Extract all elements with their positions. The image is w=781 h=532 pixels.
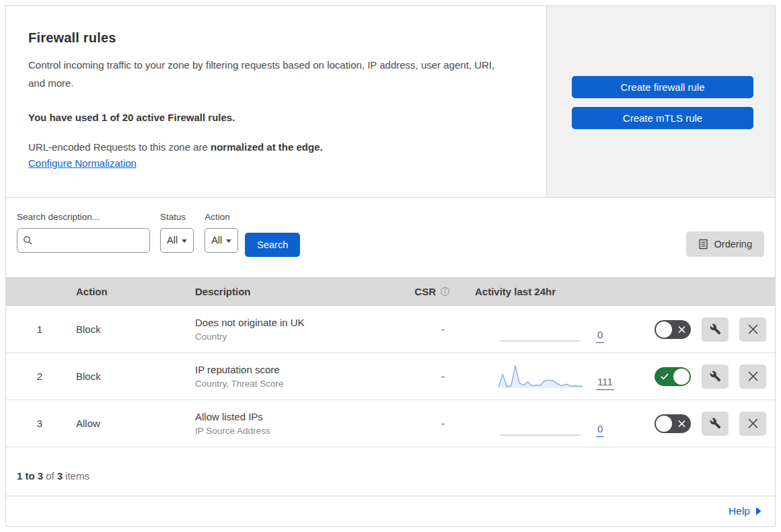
rule-description[interactable]: IP reputation score xyxy=(195,364,398,375)
items-range: 1 to 3 xyxy=(17,470,43,482)
search-icon xyxy=(23,235,33,245)
filter-bar: Search description... Status All Action xyxy=(6,198,775,277)
toggle-knob xyxy=(673,369,690,385)
x-icon xyxy=(748,418,758,428)
rule-description[interactable]: Does not originate in UK xyxy=(195,317,398,328)
activity-cell: 0 xyxy=(465,410,635,437)
edit-rule-button[interactable] xyxy=(702,412,729,436)
activity-cell: 0 xyxy=(465,316,635,343)
activity-sparkline-chart xyxy=(498,410,583,437)
create-mtls-rule-button[interactable]: Create mTLS rule xyxy=(572,107,753,129)
rule-match-fields: Country xyxy=(195,332,398,342)
normalization-text: URL-encoded Requests to this zone are xyxy=(28,141,211,153)
intro-section: Firewall rules Control incoming traffic … xyxy=(6,6,547,197)
rule-action: Block xyxy=(73,324,192,335)
delete-rule-button[interactable] xyxy=(739,412,766,436)
actions-panel: Create firewall rule Create mTLS rule xyxy=(547,6,775,197)
x-icon xyxy=(678,420,685,427)
rule-description-cell: Does not originate in UK Country xyxy=(192,317,398,342)
rule-match-fields: Country, Threat Score xyxy=(195,379,398,389)
action-filter-group: Action All xyxy=(204,212,238,253)
status-dropdown-value: All xyxy=(167,235,178,245)
rule-csr-value: - xyxy=(441,324,465,335)
normalization-bold-text: normalized at the edge. xyxy=(211,141,323,153)
search-label: Search description... xyxy=(17,212,150,222)
help-row: Help xyxy=(6,496,775,526)
usage-notice: You have used 1 of 20 active Firewall ru… xyxy=(28,112,506,123)
toggle-knob xyxy=(656,416,672,432)
activity-count-link[interactable]: 0 xyxy=(596,329,604,343)
search-input[interactable] xyxy=(38,235,159,245)
rule-controls xyxy=(635,317,775,342)
activity-sparkline-chart xyxy=(498,363,583,390)
table-footer: 1 to 3 of 3 items xyxy=(6,447,775,496)
rule-description-cell: Allow listed IPs IP Source Address xyxy=(192,411,398,436)
delete-rule-button[interactable] xyxy=(739,317,766,342)
activity-count-link[interactable]: 0 xyxy=(596,423,604,437)
x-icon xyxy=(678,326,685,333)
items-of-label: of xyxy=(46,470,54,482)
firewall-rules-page: Firewall rules Control incoming traffic … xyxy=(0,0,781,532)
activity-cell: 111 xyxy=(465,363,635,390)
rule-action: Block xyxy=(73,371,192,382)
rule-priority: 3 xyxy=(6,418,73,429)
rule-controls xyxy=(635,412,775,436)
help-link[interactable]: Help xyxy=(729,505,761,517)
delete-rule-button[interactable] xyxy=(739,365,766,389)
chevron-down-icon xyxy=(182,239,187,243)
action-dropdown[interactable]: All xyxy=(204,228,238,253)
wrench-icon xyxy=(710,324,721,335)
rule-priority: 1 xyxy=(6,324,73,335)
ordering-button-label: Ordering xyxy=(714,239,752,250)
status-label: Status xyxy=(160,212,194,222)
configure-normalization-link[interactable]: Configure Normalization xyxy=(28,157,137,169)
rule-enabled-toggle[interactable] xyxy=(655,320,691,339)
csr-column-header: CSR xyxy=(414,286,465,297)
ordering-button[interactable]: Ordering xyxy=(686,231,764,257)
ordering-list-icon xyxy=(698,239,708,250)
search-button[interactable]: Search xyxy=(245,233,300,257)
page-title: Firewall rules xyxy=(28,30,506,46)
rule-priority: 2 xyxy=(6,371,73,382)
rule-description[interactable]: Allow listed IPs xyxy=(195,411,398,422)
x-icon xyxy=(748,371,758,381)
wrench-icon xyxy=(710,418,721,429)
rule-controls xyxy=(635,365,775,389)
rule-action: Allow xyxy=(73,418,192,429)
csr-header-label: CSR xyxy=(414,286,436,297)
top-region: Firewall rules Control incoming traffic … xyxy=(6,6,775,198)
status-dropdown[interactable]: All xyxy=(160,228,194,253)
rule-match-fields: IP Source Address xyxy=(195,426,398,436)
help-link-label: Help xyxy=(729,505,750,517)
rule-enabled-toggle[interactable] xyxy=(655,414,691,433)
rule-description-cell: IP reputation score Country, Threat Scor… xyxy=(192,364,398,389)
search-box[interactable] xyxy=(17,228,150,253)
firewall-rules-card: Firewall rules Control incoming traffic … xyxy=(5,5,776,527)
table-header: Action Description CSR Activity last 24h… xyxy=(6,277,775,307)
items-total: 3 xyxy=(57,470,63,482)
search-group: Search description... xyxy=(17,212,150,253)
edit-rule-button[interactable] xyxy=(702,317,729,342)
rule-csr-value: - xyxy=(441,371,465,382)
status-filter-group: Status All xyxy=(160,212,194,253)
check-icon xyxy=(661,373,669,380)
action-dropdown-value: All xyxy=(211,235,222,245)
page-description: Control incoming traffic to your zone by… xyxy=(28,56,506,92)
x-icon xyxy=(748,324,758,334)
activity-column-header: Activity last 24hr xyxy=(465,286,635,297)
action-column-header: Action xyxy=(73,286,192,297)
activity-sparkline-chart xyxy=(498,316,583,343)
wrench-icon xyxy=(710,371,721,382)
info-icon[interactable] xyxy=(440,287,450,297)
table-row: 1 Block Does not originate in UK Country… xyxy=(6,306,775,353)
rule-csr-value: - xyxy=(441,418,465,429)
table-row: 3 Allow Allow listed IPs IP Source Addre… xyxy=(6,400,775,447)
activity-count-link[interactable]: 111 xyxy=(596,376,614,390)
action-label: Action xyxy=(204,212,238,222)
table-row: 2 Block IP reputation score Country, Thr… xyxy=(6,353,775,400)
create-firewall-rule-button[interactable]: Create firewall rule xyxy=(572,76,753,98)
edit-rule-button[interactable] xyxy=(702,365,729,389)
rule-enabled-toggle[interactable] xyxy=(655,367,691,386)
description-column-header: Description xyxy=(192,286,398,297)
toggle-knob xyxy=(656,321,672,338)
